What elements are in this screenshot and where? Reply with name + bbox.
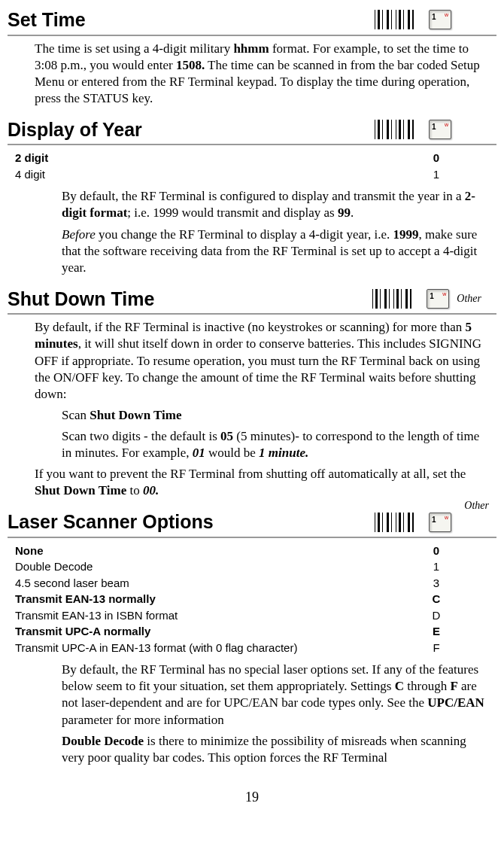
heading-laser: Laser Scanner Options: [8, 510, 214, 534]
table-row: Transmit UPC-A in EAN-13 format (with 0 …: [8, 640, 496, 656]
page-number: 19: [8, 789, 496, 806]
barcode-icon: [375, 10, 414, 29]
barcode-icon: [372, 289, 411, 309]
other-label: Other: [464, 499, 489, 513]
set-time-paragraph: The time is set using a 4-digit military…: [35, 41, 492, 107]
header-icons: Other 1: [375, 513, 496, 532]
heading-shutdown: Shut Down Time: [8, 287, 154, 312]
laser-options-table: None0 Double Decode1 4.5 second laser be…: [8, 543, 496, 656]
key-1-icon: 1: [427, 289, 449, 309]
section-header-laser: Laser Scanner Options Other 1: [8, 510, 496, 538]
table-row: 2 digit 0: [8, 150, 496, 166]
section-header-shutdown: Shut Down Time 1 Other: [8, 287, 496, 315]
shutdown-para-3: If you want to prevent the RF Terminal f…: [35, 466, 492, 499]
table-row: None0: [8, 543, 496, 559]
table-row: Transmit UPC-A normallyE: [8, 623, 496, 640]
display-year-options-table: 2 digit 0 4 digit 1: [8, 150, 496, 182]
barcode-icon: [375, 513, 414, 532]
header-icons: 1: [375, 120, 496, 139]
other-label: Other: [457, 292, 481, 306]
header-icons: 1 Other: [372, 289, 496, 309]
table-row: 4 digit 1: [8, 166, 496, 183]
display-year-para-1: By default, the RF Terminal is configure…: [62, 188, 492, 221]
table-row: 4.5 second laser beam3: [8, 575, 496, 592]
shutdown-step-1: Scan Shut Down Time: [62, 407, 492, 424]
shutdown-step-2: Scan two digits - the default is 05 (5 m…: [62, 428, 492, 461]
header-icons: 1: [375, 10, 496, 29]
table-row: Transmit EAN-13 normallyC: [8, 591, 496, 607]
section-header-set-time: Set Time 1: [8, 8, 496, 36]
heading-set-time: Set Time: [8, 8, 86, 32]
section-header-display-year: Display of Year 1: [8, 117, 496, 146]
table-row: Transmit EAN-13 in ISBN formatD: [8, 607, 496, 624]
display-year-para-2: Before you change the RF Terminal to dis…: [62, 227, 492, 276]
key-1-icon: 1: [429, 513, 451, 532]
key-1-icon: 1: [429, 120, 451, 139]
laser-para-2: Double Decode is there to minimize the p…: [62, 733, 492, 766]
shutdown-para-1: By default, if the RF Terminal is inacti…: [35, 319, 492, 402]
laser-para-1: By default, the RF Terminal has no speci…: [62, 662, 492, 728]
heading-display-year: Display of Year: [8, 117, 142, 142]
barcode-icon: [375, 120, 414, 139]
table-row: Double Decode1: [8, 558, 496, 575]
key-1-icon: 1: [429, 10, 451, 29]
